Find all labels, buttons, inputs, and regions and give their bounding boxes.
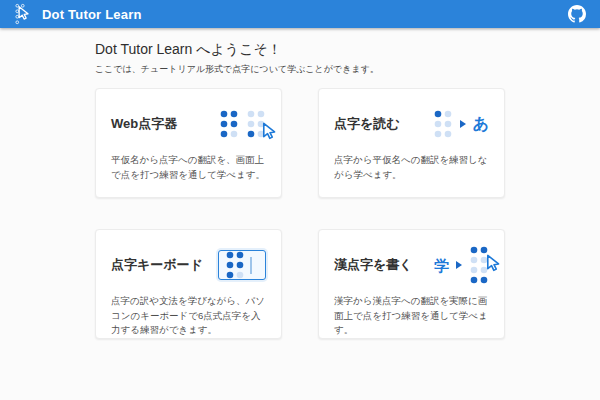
arrow-right-icon — [456, 261, 462, 269]
card-grid: Web点字器 平仮名から点字への翻訳を、画面上で点を打つ練習を通して学べます。 … — [95, 88, 600, 339]
card-title: 点字を読む — [334, 115, 400, 133]
arrow-right-icon — [460, 120, 466, 128]
page-title: Dot Tutor Learn へようこそ！ — [95, 41, 600, 59]
cursor-icon — [16, 5, 30, 21]
card-read-braille[interactable]: 点字を読む あ 点字から平仮名への翻訳を練習しながら学べます。 — [318, 88, 505, 198]
app-logo — [8, 2, 34, 26]
card-title: 漢点字を書く — [334, 256, 413, 274]
card-title: 点字キーボード — [111, 256, 203, 274]
card-web-braille-writer[interactable]: Web点字器 平仮名から点字への翻訳を、画面上で点を打つ練習を通して学べます。 — [95, 88, 282, 198]
hiragana-a-glyph: あ — [473, 116, 489, 132]
card-description: 点字から平仮名への翻訳を練習しながら学べます。 — [334, 153, 489, 182]
braille-8dot-cell-icon — [469, 245, 489, 285]
text-caret-icon — [250, 257, 252, 274]
cursor-icon — [260, 117, 277, 145]
braille-cell-icon — [433, 109, 453, 139]
braille-cell-icon — [219, 109, 239, 139]
braille-to-hiragana-icon: あ — [433, 109, 489, 139]
braille-cell-icon — [225, 250, 245, 280]
card-write-kanji-braille[interactable]: 漢点字を書く 学 漢字から漢点字への翻訳を実際に画面上で点を打つ練習を通して学べ… — [318, 229, 505, 339]
app-header: Dot Tutor Learn — [0, 0, 600, 28]
card-title: Web点字器 — [111, 115, 177, 133]
cursor-icon — [484, 246, 501, 280]
card-description: 漢字から漢点字への翻訳を実際に画面上で点を打つ練習を通して学べます。 — [334, 294, 489, 338]
kanji-to-braille-cursor-icon: 学 — [434, 245, 489, 285]
page-subtitle: ここでは、チュートリアル形式で点字について学ぶことができます。 — [95, 63, 600, 76]
app-title: Dot Tutor Learn — [42, 7, 142, 22]
card-description: 点字の訳や文法を学びながら、パソコンのキーボードで6点式点字を入力する練習ができ… — [111, 294, 266, 338]
card-braille-keyboard[interactable]: 点字キーボード 点字の訳や文法を学びながら、パソコンのキーボードで6点式点字を入… — [95, 229, 282, 339]
kanji-gaku-glyph: 学 — [434, 258, 449, 273]
main-content: Dot Tutor Learn へようこそ！ ここでは、チュートリアル形式で点字… — [0, 28, 600, 339]
braille-input-field-icon — [218, 250, 266, 280]
github-icon[interactable] — [568, 5, 586, 23]
card-description: 平仮名から点字への翻訳を、画面上で点を打つ練習を通して学べます。 — [111, 153, 266, 182]
braille-write-cursor-icon — [219, 109, 266, 139]
braille-cell-icon — [246, 109, 266, 139]
